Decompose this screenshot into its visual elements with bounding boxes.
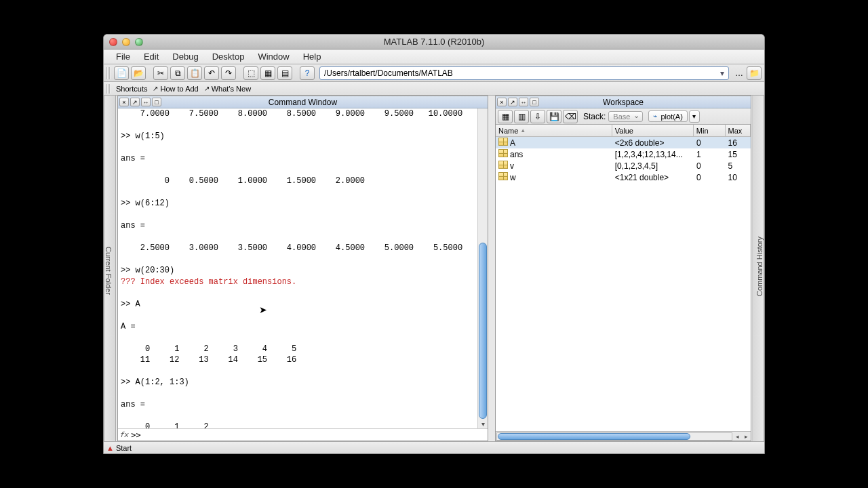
output-line: [121, 120, 475, 131]
panel-maximize-button[interactable]: □: [530, 98, 539, 106]
column-header[interactable]: Min: [694, 125, 726, 136]
save-workspace-button[interactable]: 💾: [547, 110, 561, 123]
column-header[interactable]: Max: [726, 125, 751, 136]
output-line: [121, 310, 475, 321]
panel-undock-button[interactable]: ↗: [130, 98, 140, 106]
simulink-button[interactable]: ⬚: [243, 66, 258, 80]
command-window-body: 7.0000 7.5000 8.0000 8.5000 9.0000 9.500…: [118, 108, 488, 428]
var-name: ans: [496, 149, 612, 159]
output-line: 0 1 2: [121, 422, 475, 428]
titlebar: MATLAB 7.11.0 (R2010b): [104, 35, 764, 49]
var-max: 16: [726, 138, 751, 148]
panel-minimize-button[interactable]: ↔: [141, 98, 151, 106]
output-line: 7.0000 7.5000 8.0000 8.5000 9.0000 9.500…: [121, 108, 475, 120]
help-button[interactable]: ?: [300, 66, 315, 80]
clear-workspace-button[interactable]: ⌫: [563, 110, 578, 123]
path-dropdown-icon[interactable]: ▾: [717, 68, 727, 78]
shortcuts-label: Shortcuts: [116, 85, 147, 93]
var-value: [1,2,3,4;12,13,14...: [612, 150, 694, 159]
output-line: [121, 142, 475, 154]
workspace-toolbar: ▦ ▥ ⇩ 💾 ⌫ Stack: Base ⌁ plot(A) ▾: [496, 108, 751, 125]
sort-asc-icon: ▲: [520, 127, 526, 134]
var-max: 15: [726, 150, 751, 159]
output-line: [121, 332, 475, 344]
output-line: >> w(6:12): [121, 198, 475, 209]
menu-desktop[interactable]: Desktop: [205, 52, 252, 62]
workspace-hscroll[interactable]: ◂ ▸: [496, 431, 751, 441]
redo-button[interactable]: ↷: [221, 66, 236, 80]
workspace-columns: Name▲ValueMinMax: [496, 125, 751, 137]
command-history-tab[interactable]: Command History: [752, 96, 764, 441]
new-variable-button[interactable]: ▦: [498, 110, 513, 123]
output-line: [121, 165, 475, 176]
stack-select[interactable]: Base: [608, 111, 643, 122]
menu-debug[interactable]: Debug: [165, 52, 205, 62]
error-line: ??? Index exceeds matrix dimensions.: [121, 277, 475, 288]
var-min: 1: [694, 150, 726, 159]
undo-button[interactable]: ↶: [204, 66, 219, 80]
var-name: w: [496, 172, 612, 182]
output-line: 11 12 13 14 15 16: [121, 354, 475, 366]
new-file-button[interactable]: 📄: [114, 66, 129, 80]
menu-edit[interactable]: Edit: [137, 52, 165, 62]
workspace-row[interactable]: ans[1,2,3,4;12,13,14...115: [496, 148, 751, 160]
workspace-row[interactable]: v[0,1,2,3,4,5]05: [496, 160, 751, 171]
paste-button[interactable]: 📋: [187, 66, 202, 80]
panel-maximize-button[interactable]: □: [152, 98, 161, 106]
workspace-body[interactable]: A<2x6 double>016ans[1,2,3,4;12,13,14...1…: [496, 137, 751, 431]
start-button[interactable]: Start: [116, 444, 132, 452]
column-header[interactable]: Name▲: [496, 125, 612, 136]
scroll-left-icon[interactable]: ◂: [733, 433, 742, 440]
menubar: File Edit Debug Desktop Window Help: [104, 49, 764, 64]
browse-folder-button[interactable]: 📁: [747, 66, 762, 80]
import-data-button[interactable]: ⇩: [530, 110, 545, 123]
current-folder-tab[interactable]: Current Folder: [104, 96, 116, 441]
output-line: >> A: [121, 299, 475, 310]
output-line: ans =: [121, 153, 475, 165]
plot-select[interactable]: ⌁ plot(A): [648, 110, 687, 122]
guide-button[interactable]: ▦: [260, 66, 275, 80]
minimize-window-button[interactable]: [122, 38, 130, 46]
panel-undock-button[interactable]: ↗: [508, 98, 517, 106]
scroll-down-icon[interactable]: ▾: [478, 420, 488, 428]
toolbar: 📄 📂 ✂ ⧉ 📋 ↶ ↷ ⬚ ▦ ▤ ? /Users/rtalbert/Do…: [104, 64, 764, 82]
menu-help[interactable]: Help: [296, 52, 328, 62]
menu-window[interactable]: Window: [251, 52, 296, 62]
fx-icon: fx: [119, 430, 128, 439]
command-prompt: >>: [131, 430, 140, 440]
output-line: [121, 254, 475, 266]
var-value: [0,1,2,3,4,5]: [612, 161, 694, 171]
output-line: ans =: [121, 220, 475, 232]
scroll-right-icon[interactable]: ▸: [742, 433, 751, 440]
shortcut-whats-new[interactable]: ↗ What's New: [204, 85, 251, 93]
zoom-window-button[interactable]: [135, 38, 143, 46]
variable-icon: [498, 138, 508, 146]
cut-button[interactable]: ✂: [153, 66, 168, 80]
panel-close-button[interactable]: ×: [497, 98, 507, 106]
command-output[interactable]: 7.0000 7.5000 8.0000 8.5000 9.0000 9.500…: [118, 108, 477, 428]
shortcut-how-to-add[interactable]: ↗ How to Add: [153, 85, 198, 93]
column-header[interactable]: Value: [612, 125, 694, 136]
output-line: 2.5000 3.0000 3.5000 4.0000 4.5000 5.000…: [121, 243, 475, 254]
menu-file[interactable]: File: [109, 52, 137, 62]
open-variable-button[interactable]: ▥: [514, 110, 529, 123]
scrollbar-thumb[interactable]: [479, 243, 487, 419]
workspace-row[interactable]: w<1x21 double>010: [496, 171, 751, 183]
plot-dropdown-button[interactable]: ▾: [689, 110, 700, 123]
workspace-row[interactable]: A<2x6 double>016: [496, 137, 751, 148]
command-scrollbar[interactable]: ▾: [477, 108, 488, 428]
output-line: A =: [121, 321, 475, 333]
command-input-row[interactable]: fx >>: [118, 428, 488, 441]
output-line: [121, 366, 475, 378]
hscroll-thumb[interactable]: [498, 433, 690, 440]
current-folder-path[interactable]: /Users/rtalbert/Documents/MATLAB ▾: [319, 66, 729, 80]
profiler-button[interactable]: ▤: [277, 66, 292, 80]
output-line: 0 1 2 3 4 5: [121, 344, 475, 355]
output-line: 0 0.5000 1.0000 1.5000 2.0000: [121, 176, 475, 187]
path-ellipsis[interactable]: …: [734, 68, 745, 78]
panel-minimize-button[interactable]: ↔: [519, 98, 528, 106]
panel-close-button[interactable]: ×: [119, 98, 129, 106]
copy-button[interactable]: ⧉: [170, 66, 185, 80]
close-window-button[interactable]: [109, 38, 117, 46]
open-file-button[interactable]: 📂: [131, 66, 146, 80]
